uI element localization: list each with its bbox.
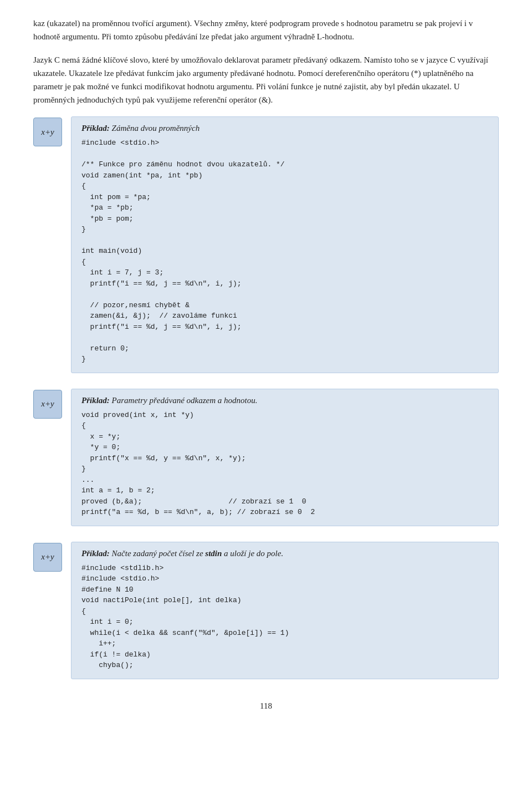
example-icon-1: x+y xyxy=(33,118,62,146)
example-title-rest-1: Záměna dvou proměnných xyxy=(110,124,200,133)
example-title-rest-2: Parametry předávané odkazem a hodnotou. xyxy=(110,396,258,405)
example-title-pre-3: Načte zadaný počet čísel ze xyxy=(110,549,205,558)
example-block-2: x+y Příklad: Parametry předávané odkazem… xyxy=(33,389,499,526)
example-title-label-1: Příklad: xyxy=(81,124,110,133)
example-code-2: void proved(int x, int *y) { x = *y; *y … xyxy=(81,410,488,518)
example-code-1: #include <stdio.h> /** Funkce pro záměnu… xyxy=(81,138,488,365)
example-title-3: Příklad: Načte zadaný počet čísel ze std… xyxy=(81,549,488,558)
example-block-1: x+y Příklad: Záměna dvou proměnných #inc… xyxy=(33,116,499,373)
example-title-post-3: a uloží je do pole. xyxy=(222,549,283,558)
example-content-3: Příklad: Načte zadaný počet čísel ze std… xyxy=(71,542,499,679)
example-icon-3: x+y xyxy=(33,543,62,572)
example-content-2: Příklad: Parametry předávané odkazem a h… xyxy=(71,389,499,526)
example-content-1: Příklad: Záměna dvou proměnných #include… xyxy=(71,116,499,373)
example-title-label-3: Příklad: xyxy=(81,549,110,558)
intro-paragraph-2: Jazyk C nemá žádné klíčové slovo, které … xyxy=(33,53,499,106)
page-number: 118 xyxy=(33,701,499,711)
example-block-3: x+y Příklad: Načte zadaný počet čísel ze… xyxy=(33,542,499,679)
example-title-stdin: stdin xyxy=(205,549,222,558)
example-title-1: Příklad: Záměna dvou proměnných xyxy=(81,124,488,133)
intro-text: kaz (ukazatel) na proměnnou tvořící argu… xyxy=(33,17,499,106)
example-icon-2: x+y xyxy=(33,390,62,419)
intro-paragraph-1: kaz (ukazatel) na proměnnou tvořící argu… xyxy=(33,17,499,43)
example-title-2: Příklad: Parametry předávané odkazem a h… xyxy=(81,396,488,405)
example-title-label-2: Příklad: xyxy=(81,396,110,405)
example-code-3: #include <stdlib.h> #include <stdio.h> #… xyxy=(81,563,488,671)
